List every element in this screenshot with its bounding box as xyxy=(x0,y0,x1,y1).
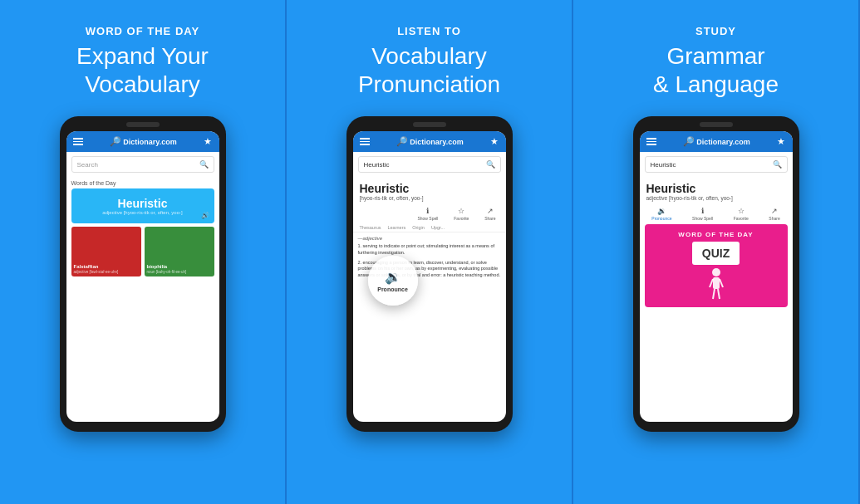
tab-upgrade[interactable]: Upgr... xyxy=(428,223,448,232)
dict-logo-1: 🔎 Dictionary.com xyxy=(110,136,176,147)
phone-3-screen: 🔎 Dictionary.com ★ Heuristic 🔍 Heuristic… xyxy=(640,131,793,422)
quiz-person xyxy=(651,267,781,301)
tab-origin[interactable]: Origin xyxy=(409,223,428,232)
star-icon-2[interactable]: ★ xyxy=(490,136,499,147)
phone-2: 🔎 Dictionary.com ★ Heuristic 🔍 Heuristic… xyxy=(346,116,513,432)
word-detail-3: Heuristic adjective [hyoo-ris-tik or, of… xyxy=(640,177,793,207)
star-icon-1[interactable]: ★ xyxy=(204,136,212,147)
hamburger-icon[interactable] xyxy=(73,138,83,145)
word-phonetic-3: adjective [hyoo-ris-tik or, often, yoo-] xyxy=(646,195,786,201)
tab-thesaurus[interactable]: Thesaurus xyxy=(356,223,385,232)
show-spell-icon-3: ℹ xyxy=(701,207,704,215)
favorite-btn-2[interactable]: ☆ Favorite xyxy=(454,207,469,221)
action-buttons-2: ℹ Show Spell ☆ Favorite ↗ Share xyxy=(353,207,506,223)
search-bar-2[interactable]: Heuristic 🔍 xyxy=(358,156,501,173)
card1-word: Falstaffian xyxy=(74,264,139,270)
show-spell-btn[interactable]: ℹ Show Spell xyxy=(417,207,438,221)
main-word: Heuristic xyxy=(78,197,208,210)
share-icon-2: ↗ xyxy=(487,207,494,215)
quiz-box: QUIZ xyxy=(692,242,740,265)
tab-row-2: Thesaurus Learners Origin Upgr... xyxy=(353,223,506,232)
svg-line-4 xyxy=(713,289,715,299)
search-bar-1[interactable]: Search 🔍 xyxy=(71,156,214,173)
panel-word-of-day: WORD OF THE DAY Expand YourVocabulary 🔎 … xyxy=(0,0,287,504)
panel-1-title: Expand YourVocabulary xyxy=(76,42,209,98)
phone-2-header: 🔎 Dictionary.com ★ xyxy=(353,131,506,152)
action-buttons-3: 🔉 Pronounce ℹ Show Spell ☆ Favorite ↗ Sh… xyxy=(640,207,793,224)
favorite-icon-2: ☆ xyxy=(458,207,464,215)
word-phonetic-2: [hyoo-ris-tik or, often, yoo-] xyxy=(360,195,499,201)
words-of-day-label: Words of the Day xyxy=(66,177,219,188)
pronounce-label: Pronounce xyxy=(377,286,408,292)
phone-2-screen: 🔎 Dictionary.com ★ Heuristic 🔍 Heuristic… xyxy=(353,131,506,422)
card2-word: biophilia xyxy=(147,264,212,270)
phone-1: 🔎 Dictionary.com ★ Search 🔍 Words of the… xyxy=(60,116,226,432)
panel-3-title: Grammar& Language xyxy=(653,42,779,98)
pronounce-button-2[interactable]: 🔉 Pronounce xyxy=(368,256,418,306)
dict-logo-2: 🔎 Dictionary.com xyxy=(396,136,463,147)
sound-waves-icon: 🔉 xyxy=(385,269,401,285)
panel-1-subtitle: WORD OF THE DAY xyxy=(86,25,199,37)
search-value-2: Heuristic xyxy=(364,161,390,169)
favorite-icon-3: ☆ xyxy=(738,207,745,215)
main-word-type: adjective [hyoo-ris-tik or, often, yoo-] xyxy=(78,210,208,215)
main-word-card[interactable]: Heuristic adjective [hyoo-ris-tik or, of… xyxy=(71,188,214,223)
share-btn-2[interactable]: ↗ Share xyxy=(484,207,495,221)
panel-3-subtitle: STUDY xyxy=(695,25,736,37)
search-placeholder-1: Search xyxy=(77,161,98,169)
svg-rect-1 xyxy=(713,277,720,289)
search-icon-3: 🔍 xyxy=(773,160,782,169)
star-icon-3[interactable]: ★ xyxy=(777,136,785,147)
svg-line-2 xyxy=(710,279,713,287)
search-bar-3[interactable]: Heuristic 🔍 xyxy=(645,156,788,173)
pronounce-btn-3[interactable]: 🔉 Pronounce xyxy=(651,207,671,221)
sound-icon-1[interactable]: 🔊 xyxy=(201,212,209,219)
phone-3-header: 🔎 Dictionary.com ★ xyxy=(640,131,793,152)
phone-3: 🔎 Dictionary.com ★ Heuristic 🔍 Heuristic… xyxy=(633,116,799,432)
show-spell-icon: ℹ xyxy=(426,207,429,215)
show-spell-btn-3[interactable]: ℹ Show Spell xyxy=(692,207,713,221)
search-value-3: Heuristic xyxy=(651,161,676,169)
quiz-card[interactable]: WORD OF THE DAY QUIZ xyxy=(645,224,788,307)
word-detail-2: Heuristic [hyoo-ris-tik or, often, yoo-] xyxy=(353,177,506,207)
hamburger-icon-3[interactable] xyxy=(646,138,656,145)
share-icon-3: ↗ xyxy=(771,207,778,215)
share-btn-3[interactable]: ↗ Share xyxy=(769,207,779,221)
phone-1-screen: 🔎 Dictionary.com ★ Search 🔍 Words of the… xyxy=(66,131,219,422)
definition-area-2: —adjective 1. serving to indicate or poi… xyxy=(353,232,506,422)
panel-2-title: VocabularyPronunciation xyxy=(358,42,500,98)
panel-2-subtitle: LISTEN TO xyxy=(397,25,461,37)
panel-pronunciation: LISTEN TO VocabularyPronunciation 🔎 Dict… xyxy=(287,0,573,504)
svg-line-5 xyxy=(718,289,720,299)
card-falstaffian[interactable]: Falstaffian adjective [fawl-staf-ee-uhn] xyxy=(71,227,141,276)
phone-1-header: 🔎 Dictionary.com ★ xyxy=(66,131,219,152)
pronounce-icon-3: 🔉 xyxy=(657,207,666,215)
favorite-btn-3[interactable]: ☆ Favorite xyxy=(734,207,749,221)
def-pos-2: —adjective xyxy=(358,236,501,241)
small-cards: Falstaffian adjective [fawl-staf-ee-uhn]… xyxy=(71,227,214,276)
card2-subtext: noun [bahy-oh-fil-ee-uh] xyxy=(147,270,212,274)
search-icon-1: 🔍 xyxy=(199,160,209,169)
panel-study: STUDY Grammar& Language 🔎 Dictionary.com… xyxy=(573,0,860,504)
card-biophilia[interactable]: biophilia noun [bahy-oh-fil-ee-uh] xyxy=(145,227,214,276)
svg-line-3 xyxy=(720,279,723,287)
quiz-title: WORD OF THE DAY xyxy=(651,231,781,238)
def-item-1: 1. serving to indicate or point out; sti… xyxy=(358,243,501,256)
tab-learners[interactable]: Learners xyxy=(385,223,410,232)
hamburger-icon-2[interactable] xyxy=(360,138,370,145)
card1-subtext: adjective [fawl-staf-ee-uhn] xyxy=(74,270,139,274)
word-name-2: Heuristic xyxy=(360,182,499,195)
search-icon-2: 🔍 xyxy=(486,160,495,169)
quiz-label: QUIZ xyxy=(702,247,730,260)
word-name-3: Heuristic xyxy=(646,182,786,195)
dict-logo-3: 🔎 Dictionary.com xyxy=(683,136,749,147)
svg-point-0 xyxy=(712,268,720,276)
